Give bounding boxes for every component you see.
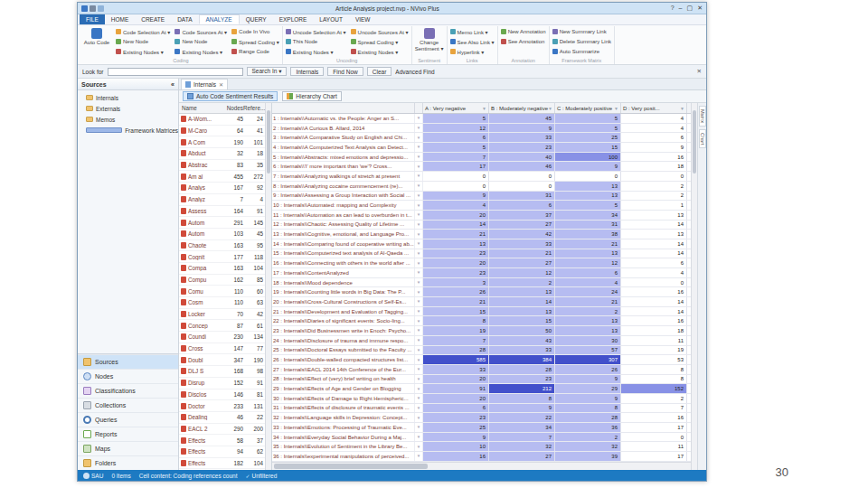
matrix-cell[interactable]: 18 bbox=[621, 326, 687, 335]
matrix-cell[interactable]: 46 bbox=[489, 162, 555, 171]
matrix-cell[interactable]: 12 bbox=[423, 124, 489, 133]
source-row[interactable]: Compa163104 bbox=[179, 263, 265, 275]
row-filter-icon[interactable]: ▼ bbox=[415, 162, 423, 171]
matrix-row[interactable]: 18 : Internals\\Mood dependence▼3240 bbox=[272, 278, 691, 288]
matrix-cell[interactable]: 24 bbox=[555, 287, 621, 296]
matrix-cell[interactable]: 0 bbox=[423, 182, 489, 191]
matrix-row[interactable]: 14 : Internals\\Comparing found of coope… bbox=[272, 239, 691, 249]
matrix-cell[interactable]: 13 bbox=[555, 182, 621, 191]
source-row[interactable]: Dealing4622 bbox=[179, 412, 265, 424]
matrix-cell[interactable]: 21 bbox=[423, 297, 489, 306]
matrix-cell[interactable]: 15 bbox=[555, 143, 621, 152]
matrix-cell[interactable]: 53 bbox=[621, 355, 687, 364]
matrix-cell[interactable]: 9 bbox=[621, 143, 687, 152]
column-header-name[interactable]: Name bbox=[179, 105, 226, 111]
row-filter-icon[interactable]: ▼ bbox=[415, 346, 423, 355]
matrix-row[interactable]: 31 : Internals\\Effects of disclosure of… bbox=[272, 404, 691, 414]
document-tab-close-icon[interactable]: ✕ bbox=[219, 81, 223, 88]
source-row[interactable]: Doctor233131 bbox=[179, 400, 265, 412]
matrix-column-header-c-moderately-positive[interactable]: C : Moderately positive▼ bbox=[555, 103, 621, 113]
matrix-cell[interactable]: 11 bbox=[621, 336, 687, 345]
matrix-cell[interactable]: 17 bbox=[621, 423, 687, 432]
scrollbar-thumb[interactable] bbox=[267, 110, 270, 174]
row-filter-icon[interactable]: ▼ bbox=[415, 239, 423, 249]
matrix-row[interactable]: 22 : Internals\\Diaries of significant e… bbox=[272, 316, 691, 326]
matrix-cell[interactable]: 13 bbox=[621, 211, 687, 220]
source-row[interactable]: Effects5837 bbox=[179, 435, 265, 446]
matrix-cell[interactable]: 8 bbox=[489, 394, 555, 403]
matrix-cell[interactable]: 14 bbox=[489, 297, 555, 306]
source-row[interactable]: Abstrac8335 bbox=[179, 160, 265, 172]
matrix-cell[interactable]: 91 bbox=[423, 384, 489, 393]
matrix-cell[interactable]: 9 bbox=[423, 433, 489, 442]
matrix-cell[interactable]: 384 bbox=[489, 355, 555, 364]
matrix-cell[interactable]: 39 bbox=[555, 452, 621, 461]
matrix-cell[interactable]: 33 bbox=[489, 133, 555, 142]
matrix-cell[interactable]: 16 bbox=[621, 316, 687, 325]
source-row[interactable]: Am al455272 bbox=[179, 171, 265, 183]
matrix-cell[interactable]: 5 bbox=[555, 124, 621, 133]
scrollbar-thumb[interactable] bbox=[693, 110, 696, 174]
matrix-cell[interactable]: 152 bbox=[621, 384, 687, 393]
matrix-cell[interactable]: 9 bbox=[555, 375, 621, 384]
sidebar-item-reports[interactable]: Reports bbox=[78, 427, 178, 441]
matrix-cell[interactable]: 6 bbox=[423, 133, 489, 142]
matrix-cell[interactable]: 25 bbox=[423, 423, 489, 432]
ribbon-button-see-annotation[interactable]: See Annotation bbox=[501, 37, 546, 46]
row-filter-icon[interactable]: ▼ bbox=[415, 307, 423, 316]
matrix-cell[interactable]: 5 bbox=[423, 114, 489, 123]
ribbon-button-spread-coding[interactable]: Spread Coding ▾ bbox=[231, 37, 279, 46]
source-row[interactable]: Compu16285 bbox=[179, 275, 265, 286]
ribbon-button-existing-nodes[interactable]: Existing Nodes ▾ bbox=[286, 47, 346, 56]
sidebar-item-classifications[interactable]: Classifications bbox=[78, 383, 178, 398]
close-button[interactable]: ✕ bbox=[697, 5, 703, 12]
ribbon-button-spread-coding[interactable]: Spread Coding ▾ bbox=[351, 37, 409, 46]
matrix-cell[interactable]: 4 bbox=[423, 201, 489, 210]
undo-icon[interactable] bbox=[98, 5, 104, 12]
matrix-row[interactable]: 6 : Internals\\'I' more important than '… bbox=[272, 162, 691, 172]
matrix-cell[interactable]: 16 bbox=[621, 413, 687, 422]
matrix-cell[interactable]: 38 bbox=[555, 230, 621, 239]
matrix-row[interactable]: 15 : Internals\\Computerized text analys… bbox=[272, 249, 691, 259]
sidebar-item-maps[interactable]: Maps bbox=[78, 441, 178, 455]
matrix-cell[interactable]: 2 bbox=[621, 394, 687, 403]
matrix-cell[interactable]: 21 bbox=[555, 239, 621, 249]
matrix-row[interactable]: 16 : Internals\\Connecting with others i… bbox=[272, 258, 691, 268]
matrix-cell[interactable]: 26 bbox=[555, 365, 621, 374]
minimize-button[interactable]: – bbox=[679, 5, 683, 12]
matrix-cell[interactable]: 14 bbox=[423, 221, 489, 230]
row-filter-icon[interactable]: ▼ bbox=[415, 384, 423, 393]
matrix-cell[interactable]: 32 bbox=[489, 442, 555, 451]
ribbon-tab-explore[interactable]: EXPLORE bbox=[273, 14, 314, 24]
matrix-cell[interactable]: 23 bbox=[423, 249, 489, 258]
matrix-cell[interactable]: 0 bbox=[489, 172, 555, 181]
ribbon-button-range-code[interactable]: Range Code bbox=[231, 47, 279, 56]
source-row[interactable]: Disclos14681 bbox=[179, 389, 265, 401]
matrix-cell[interactable]: 4 bbox=[555, 278, 621, 287]
row-filter-icon[interactable]: ▼ bbox=[415, 452, 423, 461]
advanced-find-link[interactable]: Advanced Find bbox=[395, 69, 434, 75]
matrix-row[interactable]: 10 : Internals\\Automated: mapping and C… bbox=[272, 201, 691, 211]
matrix-cell[interactable]: 4 bbox=[621, 268, 687, 277]
matrix-cell[interactable]: 4 bbox=[621, 114, 687, 123]
ribbon-button-existing-nodes[interactable]: Existing Nodes ▾ bbox=[175, 47, 227, 56]
matrix-cell[interactable]: 28 bbox=[423, 346, 489, 355]
matrix-cell[interactable]: 100 bbox=[555, 153, 621, 162]
matrix-cell[interactable]: 13 bbox=[555, 249, 621, 258]
row-filter-icon[interactable]: ▼ bbox=[415, 336, 423, 345]
matrix-cell[interactable]: 13 bbox=[555, 326, 621, 335]
matrix-row[interactable]: 35 : Internals\\Evolution of Sentiment i… bbox=[272, 442, 691, 452]
matrix-cell[interactable]: 2 bbox=[621, 192, 687, 201]
matrix-cell[interactable]: 2 bbox=[555, 307, 621, 316]
row-filter-icon[interactable]: ▼ bbox=[415, 278, 423, 287]
source-row[interactable]: Effects9462 bbox=[179, 446, 265, 458]
row-filter-icon[interactable]: ▼ bbox=[415, 143, 423, 152]
matrix-cell[interactable]: 8 bbox=[621, 375, 687, 384]
ribbon-button-this-node[interactable]: This Node bbox=[286, 37, 346, 46]
matrix-cell[interactable]: 14 bbox=[621, 307, 687, 316]
matrix-cell[interactable]: 27 bbox=[489, 221, 555, 230]
matrix-cell[interactable]: 43 bbox=[489, 336, 555, 345]
matrix-cell[interactable]: 8 bbox=[621, 365, 687, 374]
matrix-cell[interactable]: 42 bbox=[489, 230, 555, 239]
matrix-cell[interactable]: 13 bbox=[555, 316, 621, 325]
